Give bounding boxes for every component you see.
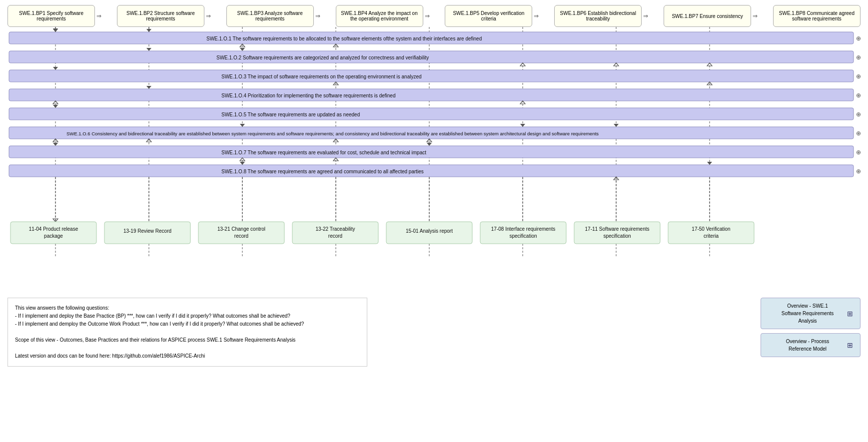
- svg-marker-62: [240, 162, 245, 165]
- diagram-wrapper: SWE.1.O.1 The software requirements to b…: [6, 27, 866, 288]
- nav-swe1-label: Overview - SWE.1 Software Requirements A…: [768, 302, 847, 325]
- svg-text:⊕: ⊕: [856, 35, 861, 42]
- svg-marker-48: [53, 101, 58, 104]
- svg-text:SWE.1.O.4 Prioritization for i: SWE.1.O.4 Prioritization for implementin…: [221, 93, 396, 98]
- svg-text:⊕: ⊕: [856, 168, 861, 175]
- svg-text:⊕: ⊕: [856, 130, 861, 137]
- svg-text:record: record: [328, 233, 342, 239]
- svg-text:record: record: [234, 233, 248, 239]
- svg-text:SWE.1.O.2 Software requirement: SWE.1.O.2 Software requirements are cate…: [216, 55, 429, 60]
- svg-text:specification: specification: [509, 233, 537, 239]
- info-line3: - If I implement and demploy the Outcome…: [15, 320, 360, 328]
- svg-text:SWE.1.O.7 The software require: SWE.1.O.7 The software requirements are …: [221, 150, 426, 155]
- bp-box-bp8[interactable]: SWE.1.BP8 Communicate agreed software re…: [773, 5, 861, 27]
- svg-marker-50: [53, 105, 58, 108]
- svg-rect-13: [9, 51, 854, 63]
- info-line2: - If I implement and deploy the Base Pra…: [15, 312, 360, 320]
- nav-buttons: Overview - SWE.1 Software Requirements A…: [761, 298, 861, 367]
- nav-swe1-button[interactable]: Overview - SWE.1 Software Requirements A…: [761, 298, 861, 329]
- svg-rect-31: [9, 165, 854, 177]
- bp-box-bp7[interactable]: SWE.1.BP7 Ensure consistency: [664, 5, 751, 27]
- svg-text:15-01 Analysis report: 15-01 Analysis report: [406, 228, 453, 234]
- svg-text:17-08 Interface requirements: 17-08 Interface requirements: [491, 226, 555, 232]
- svg-marker-36: [146, 29, 151, 32]
- info-line1: This view answers the following question…: [15, 304, 360, 312]
- svg-rect-93: [668, 222, 754, 244]
- svg-marker-40: [240, 48, 245, 51]
- info-line7: Latest version and docs can be found her…: [15, 352, 360, 360]
- svg-text:SWE.1.O.6 Consistency and bidi: SWE.1.O.6 Consistency and bidirectional …: [66, 131, 599, 136]
- svg-text:11-04 Product release: 11-04 Product release: [29, 226, 78, 232]
- svg-text:⊕: ⊕: [856, 111, 861, 118]
- svg-text:specification: specification: [603, 233, 631, 239]
- svg-text:package: package: [44, 233, 63, 239]
- svg-text:⊕: ⊕: [856, 54, 861, 61]
- bp-row: SWE.1.BP1 Specify software requirementsS…: [2, 5, 866, 27]
- svg-marker-39: [146, 48, 151, 51]
- nav-prm-icon: ⊞: [847, 341, 853, 349]
- svg-marker-57: [614, 124, 619, 127]
- info-panel: This view answers the following question…: [7, 298, 367, 367]
- svg-marker-52: [520, 124, 525, 127]
- bp-box-bp1[interactable]: SWE.1.BP1 Specify software requirements: [7, 5, 95, 27]
- bp-box-bp2[interactable]: SWE.1.BP2 Structure software requirement…: [117, 5, 204, 27]
- svg-rect-74: [10, 222, 96, 244]
- nav-prm-button[interactable]: Overview - Process Reference Model ⊞: [761, 333, 861, 357]
- svg-rect-87: [480, 222, 566, 244]
- svg-text:SWE.1.O.1 The software require: SWE.1.O.1 The software requirements to b…: [206, 36, 482, 41]
- info-line5: Scope of this view - Outcomes, Base Prac…: [15, 336, 360, 344]
- svg-text:17-50 Verification: 17-50 Verification: [692, 226, 730, 232]
- nav-prm-label: Overview - Process Reference Model: [768, 338, 847, 353]
- svg-text:17-11 Software requirements: 17-11 Software requirements: [585, 226, 650, 232]
- svg-rect-82: [292, 222, 378, 244]
- svg-text:criteria: criteria: [704, 233, 719, 239]
- svg-marker-59: [427, 143, 432, 146]
- svg-text:⊕: ⊕: [856, 149, 861, 156]
- svg-text:SWE.1.O.8 The software require: SWE.1.O.8 The software requirements are …: [221, 169, 424, 174]
- svg-text:SWE.1.O.5 The software require: SWE.1.O.5 The software requirements are …: [221, 112, 360, 117]
- svg-marker-44: [53, 67, 58, 70]
- svg-marker-58: [53, 143, 58, 146]
- svg-rect-79: [198, 222, 284, 244]
- svg-text:⊕: ⊕: [856, 73, 861, 80]
- svg-marker-49: [520, 101, 525, 104]
- svg-marker-51: [240, 124, 245, 127]
- svg-rect-90: [574, 222, 660, 244]
- bp-box-bp5[interactable]: SWE.1.BP5 Develop verification criteria: [445, 5, 532, 27]
- svg-text:13-22 Traceability: 13-22 Traceability: [316, 226, 355, 232]
- bp-box-bp6[interactable]: SWE.1.BP6 Establish bidirectional tracea…: [554, 5, 642, 27]
- svg-rect-16: [9, 70, 854, 82]
- bp-box-bp4[interactable]: SWE.1.BP4 Analyze the impact on the oper…: [336, 5, 423, 27]
- main-diagram: SWE.1.O.1 The software requirements to b…: [6, 27, 866, 287]
- svg-rect-28: [9, 146, 854, 158]
- svg-marker-34: [53, 29, 58, 32]
- bp-box-bp3[interactable]: SWE.1.BP3 Analyze software requirements: [226, 5, 314, 27]
- svg-text:13-19 Review Record: 13-19 Review Record: [123, 228, 171, 234]
- svg-rect-22: [9, 108, 854, 120]
- svg-text:13-21 Change control: 13-21 Change control: [217, 226, 265, 232]
- svg-text:⊕: ⊕: [856, 92, 861, 99]
- main-container: SWE.1.BP1 Specify software requirementsS…: [0, 0, 868, 372]
- svg-marker-47: [146, 86, 151, 89]
- nav-swe1-icon: ⊞: [847, 310, 853, 318]
- svg-text:SWE.1.O.3 The impact of softwa: SWE.1.O.3 The impact of software require…: [221, 74, 422, 79]
- svg-rect-19: [9, 89, 854, 101]
- bottom-section: This view answers the following question…: [2, 298, 866, 367]
- svg-marker-63: [707, 162, 712, 165]
